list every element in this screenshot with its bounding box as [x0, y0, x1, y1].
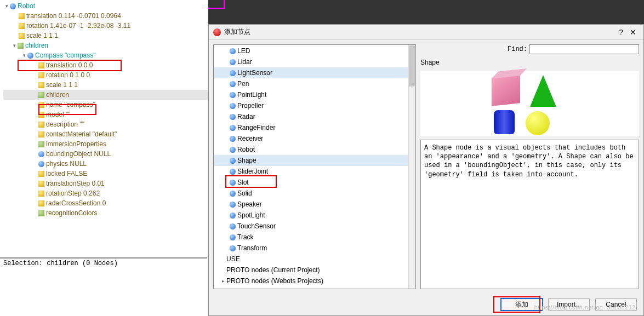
field-icon	[38, 102, 44, 108]
node-item-radar[interactable]: Radar	[214, 111, 408, 122]
tree-node[interactable]: scale 1 1 1	[3, 31, 208, 41]
node-icon	[230, 223, 236, 229]
cone-icon	[530, 75, 556, 107]
tree-node[interactable]: rotation 0 1 0 0	[3, 70, 208, 80]
node-item-label: TouchSensor	[237, 222, 276, 230]
node-icon	[230, 125, 236, 131]
node-item-label: Track	[237, 233, 254, 241]
tree-node[interactable]: boundingObject NULL	[3, 149, 208, 159]
node-item-shape[interactable]: Shape	[214, 155, 408, 166]
tree-node[interactable]: description ""	[3, 119, 208, 129]
add-button[interactable]: 添加	[501, 298, 543, 311]
help-button[interactable]: ?	[615, 28, 627, 36]
node-item-led[interactable]: LED	[214, 45, 408, 56]
import-button[interactable]: Import...	[548, 298, 590, 311]
node-icon	[27, 53, 33, 59]
scrollbar-thumb[interactable]	[409, 45, 415, 87]
node-item-label: Speaker	[237, 200, 262, 208]
node-description: A Shape node is a visual objects that in…	[420, 140, 639, 289]
tree-node[interactable]: translation 0.114 -0.0701 0.0964	[3, 11, 208, 21]
node-icon	[230, 81, 236, 87]
tree-node[interactable]: radarCrossSection 0	[3, 198, 208, 208]
node-item-label: PointLight	[237, 91, 266, 99]
node-group[interactable]: ▸PROTO nodes (Webots Projects)	[214, 275, 408, 286]
node-icon	[230, 158, 236, 164]
node-item-propeller[interactable]: Propeller	[214, 100, 408, 111]
node-list[interactable]: LEDLidarLightSensorPenPointLightPropelle…	[214, 45, 408, 288]
tree-node[interactable]: rotationStep 0.262	[3, 188, 208, 198]
tree-node-children[interactable]: ▾children	[3, 41, 208, 50]
node-item-robot[interactable]: Robot	[214, 144, 408, 155]
tree-node[interactable]: rotation 1.41e-07 -1 -2.92e-08 -3.11	[3, 21, 208, 31]
tree-node-children-inner[interactable]: children	[3, 90, 208, 100]
node-label: children	[25, 42, 48, 49]
node-label: immersionProperties	[46, 140, 106, 148]
node-item-label: Propeller	[237, 102, 264, 110]
field-icon	[38, 191, 44, 197]
find-input[interactable]	[529, 44, 639, 54]
node-icon	[38, 161, 44, 167]
field-icon	[38, 131, 44, 137]
tree-node[interactable]: model ""	[3, 110, 208, 119]
node-item-label: Robot	[237, 146, 255, 153]
tree-node[interactable]: physics NULL	[3, 159, 208, 169]
node-item-solid[interactable]: Solid	[214, 188, 408, 199]
node-item-track[interactable]: Track	[214, 232, 408, 243]
cancel-button[interactable]: Cancel	[595, 298, 637, 311]
node-icon	[230, 169, 236, 175]
node-item-label: RangeFinder	[237, 124, 275, 131]
node-group-label: PROTO nodes (Webots Projects)	[226, 277, 323, 285]
scene-tree[interactable]: ▾Robot translation 0.114 -0.0701 0.0964 …	[0, 0, 208, 254]
field-icon	[38, 181, 44, 187]
node-group[interactable]: USE	[214, 254, 408, 265]
chevron-down-icon[interactable]: ▾	[21, 53, 27, 58]
tree-node[interactable]: contactMaterial "default"	[3, 129, 208, 139]
tree-node[interactable]: scale 1 1 1	[3, 80, 208, 90]
node-icon	[230, 136, 236, 142]
chevron-down-icon[interactable]: ▾	[11, 43, 18, 48]
node-item-sliderjoint[interactable]: SliderJoint	[214, 166, 408, 177]
node-item-speaker[interactable]: Speaker	[214, 199, 408, 210]
node-item-label: Lidar	[237, 58, 252, 66]
scrollbar[interactable]	[408, 45, 415, 289]
node-label: rotationStep 0.262	[46, 189, 100, 197]
node-label: scale 1 1 1	[26, 32, 58, 39]
node-item-touchsensor[interactable]: TouchSensor	[214, 221, 408, 232]
node-item-slot[interactable]: Slot	[214, 177, 408, 188]
node-item-label: Radar	[237, 113, 255, 120]
chevron-right-icon[interactable]: ▸	[220, 278, 226, 284]
tree-node[interactable]: translation 0 0 0	[3, 60, 208, 70]
node-item-label: Shape	[237, 157, 257, 164]
close-button[interactable]: ✕	[627, 28, 639, 37]
node-label: description ""	[46, 120, 84, 128]
node-label: rotation 1.41e-07 -1 -2.92e-08 -3.11	[26, 22, 130, 30]
node-group-label: USE	[226, 255, 240, 263]
tree-node-robot[interactable]: ▾Robot	[3, 1, 208, 11]
tree-node[interactable]: translationStep 0.01	[3, 179, 208, 188]
dialog-titlebar: 添加节点 ? ✕	[209, 25, 643, 40]
tree-node[interactable]: locked FALSE	[3, 169, 208, 179]
find-label: Find:	[508, 45, 527, 53]
tree-node-compass[interactable]: ▾Compass "compass"	[3, 50, 208, 60]
field-icon	[38, 112, 44, 118]
node-label: model ""	[46, 111, 71, 118]
node-item-transform[interactable]: Transform	[214, 243, 408, 254]
node-item-label: SliderJoint	[237, 168, 268, 175]
node-item-lightsensor[interactable]: LightSensor	[214, 67, 408, 78]
node-item-rangefinder[interactable]: RangeFinder	[214, 122, 408, 133]
node-group[interactable]: PROTO nodes (Current Project)	[214, 265, 408, 275]
node-item-pen[interactable]: Pen	[214, 78, 408, 89]
node-item-pointlight[interactable]: PointLight	[214, 89, 408, 100]
node-item-label: Pen	[237, 80, 249, 88]
node-label: scale 1 1 1	[46, 81, 78, 89]
node-item-lidar[interactable]: Lidar	[214, 56, 408, 67]
tree-node[interactable]: name "compass"	[3, 100, 208, 110]
tree-node[interactable]: immersionProperties	[3, 139, 208, 149]
node-item-spotlight[interactable]: SpotLight	[214, 210, 408, 221]
node-item-label: Solid	[237, 189, 252, 197]
chevron-down-icon[interactable]: ▾	[3, 3, 10, 9]
sphere-icon	[526, 111, 550, 135]
field-icon	[38, 122, 44, 128]
node-item-receiver[interactable]: Receiver	[214, 133, 408, 144]
tree-node[interactable]: recognitionColors	[3, 208, 208, 218]
